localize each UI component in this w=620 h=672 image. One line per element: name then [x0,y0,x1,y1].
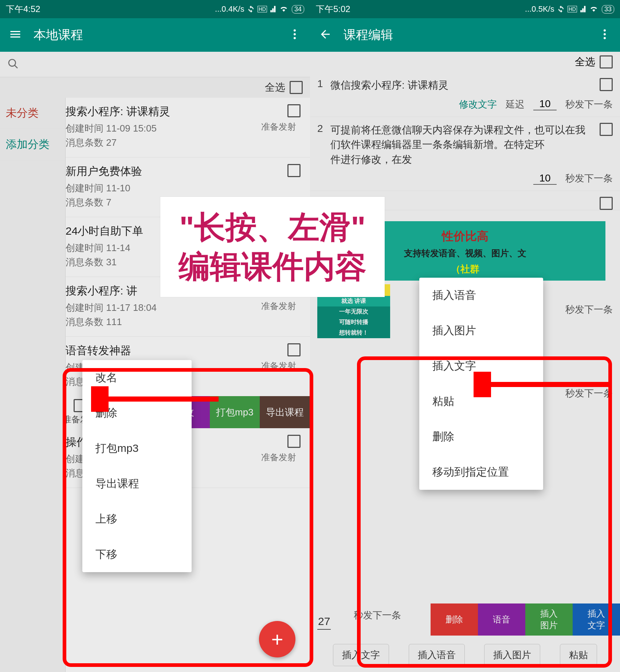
ready-label[interactable]: 准备发射 [253,121,304,133]
more-icon[interactable] [598,28,611,42]
wifi-icon [590,5,597,13]
menu-export[interactable]: 导出课程 [82,466,192,501]
item-checkbox[interactable] [287,435,301,448]
quick-paste[interactable]: 粘贴 [560,644,597,666]
tutorial-overlay: "长按、左滑" 编辑课件内容 [160,197,385,297]
swipe-insert-image[interactable]: 插入 图片 [525,603,573,636]
svg-point-0 [294,30,296,32]
svg-point-5 [604,30,606,32]
menu-rename[interactable]: 改名 [82,360,192,395]
course-list: 搜索小程序: 讲课精灵 创建时间 11-09 15:05 消息条数 27 准备发… [66,98,310,672]
status-net: ...0.5K/s [525,4,554,14]
appbar-right: 课程编辑 [310,18,620,52]
swipe-delete[interactable]: 删除 [431,603,478,636]
delay-label: 延迟 [506,98,525,111]
edit-text-link[interactable]: 修改文字 [459,98,497,111]
select-all-checkbox[interactable] [290,81,303,94]
phone-right: 下午5:02 ...0.5K/s HD 33 课程编辑 全选 [310,0,620,672]
item-checkbox[interactable] [600,123,613,136]
editor-item[interactable]: 1 微信搜索小程序: 讲课精灵 修改文字 延迟 秒发下一条 [310,72,620,117]
menu-delete[interactable]: 删除 [419,419,543,454]
editor-item[interactable]: 2 可提前将任意微信聊天内容保存为课程文件，也可以在我们软件课程编辑器里一条条编… [310,117,620,191]
back-icon[interactable] [319,28,332,42]
delay-input[interactable] [533,98,557,110]
search-bar[interactable] [0,52,310,77]
menu-pack-mp3[interactable]: 打包mp3 [82,431,192,466]
battery-level: 34 [292,5,304,13]
svg-point-6 [604,33,606,35]
svg-point-2 [294,37,296,39]
item-checkbox[interactable] [287,164,301,177]
select-all-row: 全选 [310,52,620,72]
sync-icon [557,5,565,13]
select-all-label: 全选 [575,55,595,69]
status-time: 下午5:02 [316,3,525,15]
ready-label[interactable]: 准备发射 [253,452,304,463]
menu-insert-text[interactable]: 插入文字 [419,348,543,384]
list-item[interactable]: 搜索小程序: 讲课精灵 创建时间 11-09 15:05 消息条数 27 准备发… [66,98,310,157]
status-time: 下午4:52 [6,3,215,15]
quick-insert-image[interactable]: 插入图片 [484,644,540,666]
signal-icon [580,5,587,13]
app-title: 本地课程 [34,27,276,43]
hd-icon: HD [258,6,267,12]
next-seconds-label: 秒发下一条 [565,172,613,185]
wifi-icon [280,5,287,13]
number-27-input[interactable]: 27 [317,614,331,630]
signal-icon [270,5,277,13]
sidebar: 未分类 添加分类 [0,98,66,672]
swipe-insert-text[interactable]: 插入 文字 [573,603,620,636]
select-all-checkbox[interactable] [600,55,613,69]
context-menu-left: 改名 删除 打包mp3 导出课程 上移 下移 [82,360,192,572]
item-checkbox[interactable] [600,78,613,91]
svg-point-3 [9,59,16,66]
svg-point-7 [604,37,606,39]
select-all-label: 全选 [265,81,285,94]
delay-input[interactable] [533,172,557,185]
menu-icon[interactable] [9,28,22,42]
battery-level: 33 [602,5,614,13]
status-net: ...0.4K/s [215,4,244,14]
menu-move-down[interactable]: 下移 [82,537,192,572]
sidebar-item-uncategorized[interactable]: 未分类 [0,98,65,129]
more-icon[interactable] [288,28,301,42]
next-seconds-label: 秒发下一条 [354,609,401,622]
quick-insert-text[interactable]: 插入文字 [333,644,389,666]
hd-icon: HD [568,6,577,12]
swipe-voice[interactable]: 语音 [478,603,525,636]
fab-add[interactable]: + [259,621,295,657]
select-all-row: 全选 [0,77,310,98]
swipe-export[interactable]: 导出课程 [260,396,310,428]
sidebar-item-add-category[interactable]: 添加分类 [0,129,65,160]
appbar-left: 本地课程 [0,18,310,52]
quick-insert-row: 插入文字 插入语音 插入图片 粘贴 [310,644,620,666]
sync-icon [247,5,255,13]
ready-label[interactable]: 准备发射 [253,360,304,372]
item-checkbox[interactable] [600,197,613,210]
menu-delete[interactable]: 删除 [82,395,192,431]
svg-point-1 [294,33,296,35]
ready-label[interactable]: 准备发射 [253,300,304,312]
next-seconds-label: 秒发下一条 [565,303,613,316]
statusbar-right: 下午5:02 ...0.5K/s HD 33 [310,0,620,18]
menu-move-up[interactable]: 上移 [82,501,192,537]
quick-insert-voice[interactable]: 插入语音 [409,644,465,666]
context-menu-right: 插入语音 插入图片 插入文字 粘贴 删除 移动到指定位置 [419,278,543,490]
item-checkbox[interactable] [287,104,301,117]
app-title: 课程编辑 [344,27,586,43]
menu-move-to[interactable]: 移动到指定位置 [419,454,543,490]
search-icon [7,58,19,71]
menu-paste[interactable]: 粘贴 [419,384,543,419]
swipe-pack-mp3[interactable]: 打包mp3 [210,396,260,428]
menu-insert-image[interactable]: 插入图片 [419,313,543,348]
bottom-swipe-actions: 删除 语音 插入 图片 插入 文字 [431,603,620,636]
phone-left: 下午4:52 ...0.4K/s HD 34 本地课程 [0,0,310,672]
menu-insert-voice[interactable]: 插入语音 [419,278,543,313]
next-seconds-label: 秒发下一条 [565,98,613,111]
statusbar-left: 下午4:52 ...0.4K/s HD 34 [0,0,310,18]
item-checkbox[interactable] [287,343,301,356]
next-seconds-label: 秒发下一条 [565,387,613,400]
svg-line-4 [15,65,17,68]
